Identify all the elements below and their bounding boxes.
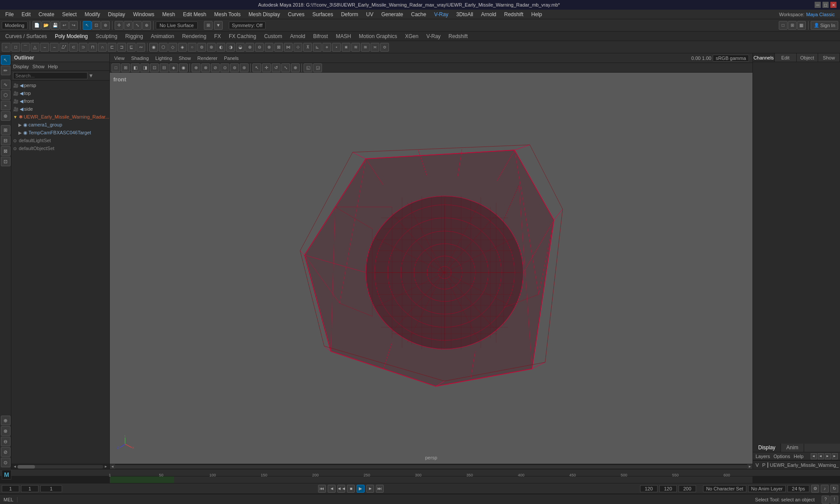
shelf-vray[interactable]: V-Ray — [423, 32, 444, 40]
shelf-icon-17[interactable]: ⬡ — [159, 43, 168, 52]
shelf-icon-31[interactable]: ⊹ — [294, 43, 302, 52]
tab-anim[interactable]: Anim — [781, 444, 804, 452]
shelf-custom[interactable]: Custom — [261, 32, 286, 40]
menu-modify[interactable]: Modify — [81, 10, 103, 18]
timeline-track[interactable] — [110, 476, 752, 483]
snap-btn-5[interactable]: ⊙ — [1, 458, 10, 467]
menu-create[interactable]: Create — [35, 10, 58, 18]
menu-arnold[interactable]: Arnold — [478, 10, 500, 18]
sculpt-tool-button[interactable]: ⌁ — [1, 101, 10, 110]
shelf-fx-caching[interactable]: FX Caching — [225, 32, 260, 40]
loop-btn[interactable]: ↻ — [830, 485, 838, 493]
viewport-renderer-menu[interactable]: Renderer — [195, 55, 220, 62]
outliner-item-persp[interactable]: 🎥 ◀ persp — [11, 81, 109, 89]
anim-options-btn[interactable]: ⚙ — [811, 485, 819, 493]
gamma-dropdown[interactable]: sRGB gamma — [713, 55, 749, 62]
paint-mode-button[interactable]: ✏ — [1, 66, 10, 75]
sign-in-button[interactable]: 👤 Sign In — [811, 21, 838, 30]
shelf-icon-30[interactable]: ⋈ — [284, 43, 293, 52]
shelf-icon-14[interactable]: ⊑ — [127, 43, 136, 52]
timeline-track-area[interactable] — [0, 476, 840, 483]
snap-options-button[interactable]: ▼ — [214, 21, 223, 30]
rotate-tool-button[interactable]: ↺ — [124, 21, 133, 30]
shelf-motion-graphics[interactable]: Motion Graphics — [355, 32, 400, 40]
playback-end-input[interactable] — [659, 485, 677, 492]
outliner-item-side[interactable]: 🎥 ◀ side — [11, 105, 109, 113]
shelf-icon-10[interactable]: ⊓ — [88, 43, 97, 52]
vp-icon-2[interactable]: ⊞ — [121, 63, 130, 72]
menu-redshift[interactable]: Redshift — [500, 10, 527, 18]
shelf-icon-6[interactable]: ⌢ — [50, 43, 59, 52]
vp-icon-9[interactable]: ⊕ — [192, 63, 200, 72]
viewport-lighting-menu[interactable]: Lighting — [153, 55, 175, 62]
shelf-icon-38[interactable]: ≊ — [361, 43, 370, 52]
vp-icon-7[interactable]: ◈ — [169, 63, 178, 72]
shelf-icon-1[interactable]: ○ — [2, 43, 10, 52]
nav-left2-btn[interactable]: ◄ — [818, 453, 824, 459]
tab-object[interactable]: Object — [797, 53, 819, 62]
shelf-icon-16[interactable]: ◉ — [149, 43, 158, 52]
outliner-scrollbar[interactable]: ◄ ► — [11, 464, 109, 469]
shelf-icon-8[interactable]: ⊂ — [69, 43, 78, 52]
single-view-button[interactable]: □ — [779, 21, 788, 30]
tab-channels[interactable]: Channels — [753, 53, 775, 62]
shelf-icon-28[interactable]: ⊗ — [265, 43, 273, 52]
close-button[interactable]: ✕ — [830, 2, 836, 8]
fps-dropdown[interactable]: 24 fps — [788, 485, 809, 492]
scroll-left-btn[interactable]: ◄ — [12, 465, 18, 469]
vp-icon-13[interactable]: ⊚ — [230, 63, 239, 72]
snap-btn-4[interactable]: ⊘ — [1, 447, 10, 457]
tab-display[interactable]: Display — [753, 444, 781, 452]
outliner-display-menu[interactable]: Display — [13, 64, 29, 69]
no-character-set-dropdown[interactable]: No Character Set — [703, 485, 746, 492]
vp-icon-6[interactable]: ⊟ — [160, 63, 168, 72]
shelf-mash[interactable]: MASH — [332, 32, 355, 40]
shelf-redshift[interactable]: Redshift — [445, 32, 471, 40]
shelf-icon-12[interactable]: ⊏ — [108, 43, 116, 52]
outliner-item-tempcam[interactable]: ▶ ◉ TempCamFBXASC046Target — [17, 129, 109, 136]
vp-icon-14[interactable]: ⊛ — [240, 63, 248, 72]
shelf-icon-27[interactable]: ⊖ — [255, 43, 264, 52]
mode-dropdown[interactable]: Modeling — [2, 21, 28, 29]
layout-btn-4[interactable]: ⊡ — [1, 157, 10, 166]
undo-button[interactable]: ↩ — [60, 21, 69, 30]
no-anim-layer-dropdown[interactable]: No Anim Layer — [748, 485, 786, 492]
vp-icon-12[interactable]: ⊙ — [220, 63, 229, 72]
shelf-icon-11[interactable]: ∩ — [98, 43, 107, 52]
four-view-button[interactable]: ⊞ — [788, 21, 797, 30]
shelf-icon-21[interactable]: ⊚ — [197, 43, 206, 52]
stop-button[interactable]: ■ — [347, 485, 355, 493]
shelf-icon-20[interactable]: ○ — [188, 43, 196, 52]
lasso-select-button[interactable]: ⊡ — [92, 21, 101, 30]
shelf-icon-22[interactable]: ⊛ — [207, 43, 216, 52]
shelf-icon-25[interactable]: ◒ — [236, 43, 245, 52]
shelf-icon-5[interactable]: ⌣ — [40, 43, 49, 52]
current-frame-input[interactable] — [2, 485, 19, 492]
vp-scroll-right[interactable]: ► — [747, 464, 752, 469]
sound-btn[interactable]: ♪ — [821, 485, 829, 493]
open-file-button[interactable]: 📂 — [42, 21, 50, 30]
vp-icon-21[interactable]: ◲ — [313, 63, 322, 72]
vp-icon-3[interactable]: ◧ — [131, 63, 140, 72]
frame-input-2[interactable] — [21, 485, 38, 492]
symmetry-dropdown[interactable]: Symmetry: Off — [229, 21, 266, 29]
deform-tool-button[interactable]: ⊛ — [1, 111, 10, 121]
shelf-fx[interactable]: FX — [211, 32, 224, 40]
move-tool-button[interactable]: ✛ — [115, 21, 123, 30]
vp-icon-5[interactable]: ⊡ — [150, 63, 159, 72]
universal-tool-button[interactable]: ⊕ — [142, 21, 151, 30]
shelf-icon-19[interactable]: ◈ — [178, 43, 187, 52]
shelf-curves-surfaces[interactable]: Curves / Surfaces — [2, 32, 50, 40]
menu-edit-mesh[interactable]: Edit Mesh — [179, 10, 210, 18]
layout-btn-2[interactable]: ⊟ — [1, 136, 10, 145]
nav-right-btn[interactable]: ► — [825, 453, 831, 459]
snap-btn-2[interactable]: ⊗ — [1, 426, 10, 436]
mel-label[interactable]: MEL — [0, 497, 18, 502]
menu-display[interactable]: Display — [105, 10, 129, 18]
layout-options-button[interactable]: ▦ — [797, 21, 806, 30]
redo-button[interactable]: ↪ — [69, 21, 78, 30]
help-icon-1[interactable]: ? — [822, 496, 830, 504]
shelf-icon-15[interactable]: ∾ — [136, 43, 145, 52]
maximize-button[interactable]: □ — [822, 2, 829, 8]
shelf-icon-24[interactable]: ◑ — [226, 43, 235, 52]
